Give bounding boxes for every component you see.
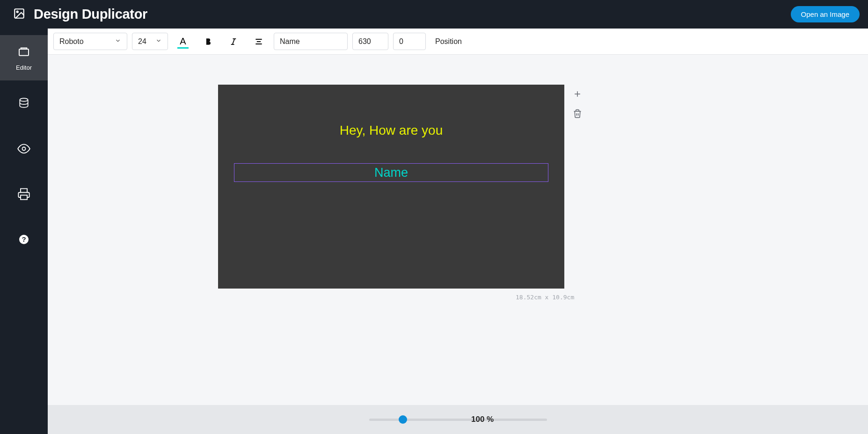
chevron-down-icon xyxy=(155,37,162,46)
sidebar-item-preview[interactable] xyxy=(0,126,48,171)
bottom-bar: 100 % xyxy=(48,405,868,434)
text-color-glyph: A xyxy=(180,36,186,47)
width-input[interactable] xyxy=(352,33,388,50)
canvas-area: Hey, How are you Name 18.52cm x 10.9cm xyxy=(48,55,868,405)
artboard-dimensions: 18.52cm x 10.9cm xyxy=(516,294,574,301)
text-color-button[interactable]: A xyxy=(173,33,193,50)
eye-icon xyxy=(17,142,30,155)
sidebar-item-print[interactable] xyxy=(0,171,48,217)
font-select[interactable]: Roboto xyxy=(53,33,127,50)
svg-rect-2 xyxy=(19,49,29,56)
artboard[interactable]: Hey, How are you Name xyxy=(218,85,564,289)
zoom-label: 100 % xyxy=(471,415,494,424)
header-left: Design Duplicator xyxy=(13,7,147,22)
toolbar: Roboto 24 A Position xyxy=(48,29,868,55)
database-icon xyxy=(18,97,30,109)
add-layer-button[interactable] xyxy=(571,87,584,101)
italic-button[interactable] xyxy=(223,33,244,50)
text-color-swatch xyxy=(177,47,189,49)
position-label: Position xyxy=(435,37,462,46)
app-title: Design Duplicator xyxy=(34,7,147,22)
sidebar-item-label: Editor xyxy=(16,64,32,71)
svg-rect-5 xyxy=(21,195,27,199)
svg-text:?: ? xyxy=(22,235,26,243)
align-button[interactable] xyxy=(248,33,269,50)
sidebar: Editor ? xyxy=(0,29,48,434)
zoom-slider-wrap: 100 % xyxy=(57,419,859,421)
printer-icon xyxy=(17,188,30,201)
bold-button[interactable] xyxy=(198,33,219,50)
header: Design Duplicator Open an Image xyxy=(0,0,868,29)
zoom-slider[interactable] xyxy=(369,419,547,421)
canvas-text-heading[interactable]: Hey, How are you xyxy=(218,123,564,138)
layer-name-input[interactable] xyxy=(274,33,348,50)
canvas-text-name: Name xyxy=(374,166,408,180)
sidebar-item-editor[interactable]: Editor xyxy=(0,35,48,80)
image-icon xyxy=(13,7,25,22)
zoom-slider-thumb[interactable] xyxy=(399,415,407,424)
height-input[interactable] xyxy=(393,33,426,50)
selected-layer[interactable]: Name xyxy=(234,163,548,182)
font-size-value: 24 xyxy=(138,37,146,46)
editor-icon xyxy=(17,44,31,58)
svg-point-3 xyxy=(20,98,28,101)
sidebar-item-data[interactable] xyxy=(0,80,48,126)
svg-point-4 xyxy=(22,147,26,150)
font-select-value: Roboto xyxy=(59,37,84,46)
chevron-down-icon xyxy=(115,37,121,46)
font-size-select[interactable]: 24 xyxy=(132,33,168,50)
main: Roboto 24 A Position xyxy=(48,29,868,434)
artboard-actions xyxy=(571,87,584,120)
svg-line-10 xyxy=(233,39,235,44)
open-image-button[interactable]: Open an Image xyxy=(791,6,860,22)
svg-point-1 xyxy=(17,11,18,12)
sidebar-item-help[interactable]: ? xyxy=(0,217,48,262)
help-icon: ? xyxy=(18,234,29,245)
delete-layer-button[interactable] xyxy=(571,107,584,120)
